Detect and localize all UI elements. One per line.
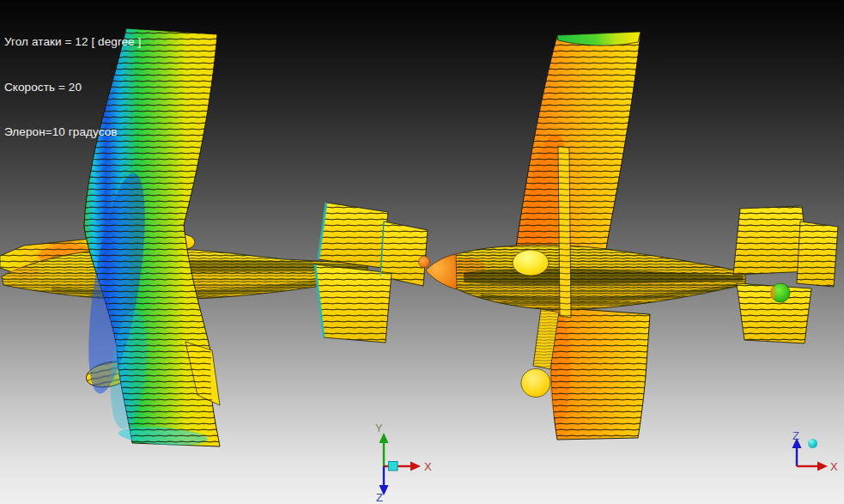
orientation-triad-left: Y X Z: [375, 422, 432, 504]
orientation-triad-right: Z X: [792, 429, 839, 473]
right-main-wing-surface: [516, 32, 641, 281]
left-tail-assembly: [315, 203, 430, 343]
x-axis-label: X: [830, 460, 838, 473]
right-tail-assembly: [733, 206, 838, 343]
annotation-overlay: Угол атаки = 12 [ degree ] Скорость = 20…: [4, 4, 141, 170]
right-canopy-fairing: [513, 250, 549, 276]
annotation-line-angle-of-attack: Угол атаки = 12 [ degree ]: [4, 34, 141, 50]
right-lower-wing-surface: [550, 307, 650, 440]
right-wing-strut: [558, 146, 571, 318]
annotation-line-aileron: Элерон=10 градусов: [4, 124, 141, 140]
aircraft-model-right: [426, 32, 838, 440]
right-propeller-spinner: [426, 254, 457, 289]
x-axis-label: X: [424, 460, 432, 473]
z-axis-label: Z: [376, 491, 383, 504]
left-tail-fairing-ball: [419, 257, 430, 268]
cfd-viewport-window: Y X Z Z X Угол атаки = 12 [ degree ] Ско…: [0, 0, 844, 504]
z-axis-label: Z: [792, 429, 799, 442]
right-fuselage: [426, 245, 745, 310]
axis-origin-marker-sphere: [808, 439, 817, 448]
right-wheel-fairing: [521, 369, 550, 398]
axis-origin-marker-cube: [389, 462, 398, 471]
y-axis-label: Y: [375, 422, 383, 434]
annotation-line-speed: Скорость = 20: [4, 80, 141, 95]
